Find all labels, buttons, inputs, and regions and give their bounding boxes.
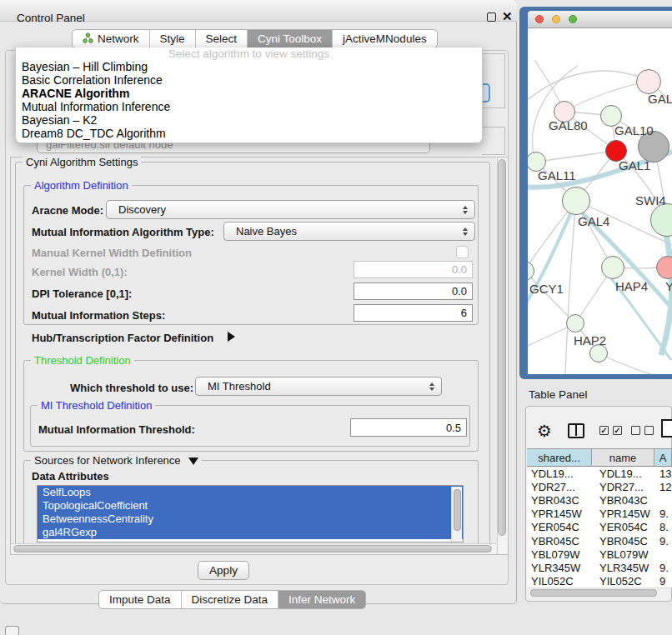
sources-title: Sources for Network Inference (34, 454, 181, 467)
select-all-checkbox-icon[interactable]: ✓ (599, 426, 609, 435)
table-row[interactable]: YBL079WYBL079W (527, 548, 672, 561)
mi-threshold-group-title: MI Threshold Definition (38, 399, 155, 412)
table-row[interactable]: YDL19...YDL19...13 (527, 467, 672, 480)
tab-discretize-data[interactable]: Discretize Data (181, 591, 278, 608)
tab-discretize-data-label: Discretize Data (192, 593, 268, 606)
table-body: YDL19...YDL19...13 YDR27...YDR27...12 YB… (527, 467, 672, 588)
hub-definition-label: Hub/Transcription Factor Definition (32, 332, 213, 344)
network-node-gal4[interactable] (562, 187, 590, 215)
node-label: GAL4 (578, 214, 609, 228)
tab-infer-network[interactable]: Infer Network (278, 591, 365, 608)
table-row[interactable]: YIL052CYIL052C9 (527, 575, 672, 588)
sources-title-wrap: Sources for Network Inference (31, 454, 202, 467)
split-columns-icon[interactable] (568, 423, 584, 438)
which-threshold-value: MI Threshold (208, 380, 271, 392)
close-panel-icon[interactable]: ✕ (502, 9, 513, 24)
spinner-arrows-icon (429, 382, 434, 391)
deselect-checkbox-icon[interactable] (631, 426, 640, 435)
algorithm-option[interactable]: Dream8 DC_TDC Algorithm (16, 127, 482, 140)
list-scrollbar-thumb[interactable] (454, 489, 461, 531)
algorithm-dropdown-popup: Select algorithm to view settings Bayesi… (15, 48, 483, 143)
data-attributes-list: SelfLoops TopologicalCoefficient Between… (37, 485, 464, 542)
tab-network[interactable]: Network (73, 30, 149, 48)
table-row[interactable]: YER054CYER054C8. (527, 521, 672, 534)
select-all-checkbox-icon[interactable]: ✓ (613, 426, 622, 435)
aracne-mode-select[interactable]: Discovery (106, 200, 475, 219)
dpi-tolerance-value: 0.0 (452, 285, 467, 298)
mi-threshold-label: Mutual Information Threshold: (38, 423, 195, 436)
dpi-tolerance-field[interactable]: 0.0 (354, 282, 473, 300)
table-row[interactable]: YPR145WYPR145W9. (527, 508, 672, 521)
table-row[interactable]: YDR27...YDR27...12 (527, 480, 672, 493)
screen: Control Panel ✕ Network Style Select Cyn… (0, 0, 672, 635)
tab-network-label: Network (98, 32, 139, 45)
cyni-algorithm-settings-title: Cyni Algorithm Settings (23, 156, 141, 168)
zoom-window-button[interactable] (569, 15, 577, 23)
network-node[interactable] (636, 69, 661, 94)
settings-vscrollbar-thumb[interactable] (498, 159, 506, 536)
threshold-definition-title: Threshold Definition (31, 354, 134, 367)
mi-algorithm-type-select[interactable]: Naive Bayes (223, 222, 475, 241)
mi-steps-value: 6 (461, 307, 467, 319)
table-row[interactable]: YBR043CYBR043C (527, 493, 672, 507)
float-panel-icon[interactable] (487, 12, 496, 22)
table-row[interactable]: YBR045CYBR045C9. (527, 534, 672, 548)
algorithm-option-selected[interactable]: ARACNE Algorithm (16, 87, 482, 100)
column-header-name[interactable]: name (592, 449, 654, 466)
algorithm-option[interactable]: Basic Correlation Inference (16, 73, 482, 87)
network-window-titlebar[interactable] (528, 11, 672, 28)
tab-jactivemnodules-label: jActiveMNodules (343, 32, 427, 45)
mi-algorithm-type-label: Mutual Information Algorithm Type: (32, 226, 214, 238)
manual-kernel-width-label: Manual Kernel Width Definition (32, 247, 192, 259)
node-label: GAL10 (614, 123, 654, 138)
list-item[interactable]: BetweennessCentrality (38, 512, 463, 526)
new-table-icon[interactable] (661, 419, 672, 438)
kernel-width-value: 0.0 (452, 263, 467, 276)
tab-select-label: Select (206, 32, 238, 45)
settings-gear-icon[interactable]: ⚙ (537, 421, 552, 441)
panel-collapsed-icon[interactable] (5, 626, 19, 635)
minimize-window-button[interactable] (552, 15, 560, 23)
tab-cyni-toolbox-label: Cyni Toolbox (258, 32, 322, 45)
control-panel-tabbar: Network Style Select Cyni Toolbox jActiv… (72, 29, 438, 48)
tab-cyni-toolbox[interactable]: Cyni Toolbox (247, 30, 332, 48)
node-label: GAL11 (538, 168, 576, 182)
mi-steps-field[interactable]: 6 (354, 304, 473, 322)
tab-impute-data[interactable]: Impute Data (99, 591, 181, 608)
list-item[interactable]: gal4RGexp (38, 526, 463, 539)
node-label: HAP2 (574, 333, 606, 348)
node-label: GAL (648, 92, 672, 106)
algorithm-option[interactable]: Mutual Information Inference (16, 100, 482, 113)
network-canvas[interactable]: GAL GAL80 GAL10 GAL1 GAL11 SWI4 GAL4 GCY… (528, 28, 672, 374)
tab-jactivemnodules[interactable]: jActiveMNodules (332, 30, 437, 48)
which-threshold-label: Which threshold to use: (70, 382, 193, 394)
network-node-hap4[interactable] (601, 256, 624, 279)
collapse-triangle-icon[interactable] (188, 458, 198, 465)
column-header-shared-name[interactable]: shared... (527, 449, 592, 466)
mi-threshold-field[interactable]: 0.5 (350, 418, 467, 437)
node-label: GAL80 (549, 118, 588, 132)
manual-kernel-width-checkbox (456, 246, 469, 258)
node-label: HAP4 (615, 279, 648, 293)
close-window-button[interactable] (535, 15, 544, 23)
which-threshold-select[interactable]: MI Threshold (195, 377, 442, 396)
deselect-checkbox-icon[interactable] (644, 426, 654, 435)
settings-hscrollbar-thumb[interactable] (13, 545, 492, 552)
spinner-arrows-icon (463, 206, 468, 214)
spinner-arrows-icon (463, 228, 468, 236)
algorithm-option[interactable]: Bayesian – K2 (16, 113, 482, 127)
table-row[interactable]: YLR345WYLR345W9. (527, 561, 672, 574)
network-node-hap2[interactable] (566, 314, 584, 332)
tab-select[interactable]: Select (195, 30, 248, 48)
list-item[interactable]: SelfLoops (38, 486, 463, 499)
apply-button[interactable]: Apply (198, 561, 249, 580)
tab-impute-data-label: Impute Data (109, 593, 171, 606)
expand-triangle-icon[interactable] (228, 332, 235, 342)
column-header[interactable]: A (654, 449, 672, 466)
node-label: GCY1 (529, 282, 564, 296)
tab-style[interactable]: Style (149, 30, 195, 48)
table-hscrollbar-thumb[interactable] (530, 589, 657, 597)
list-item[interactable]: TopologicalCoefficient (38, 499, 463, 512)
aracne-mode-value: Discovery (118, 203, 166, 216)
algorithm-option[interactable]: Bayesian – Hill Climbing (16, 60, 482, 73)
